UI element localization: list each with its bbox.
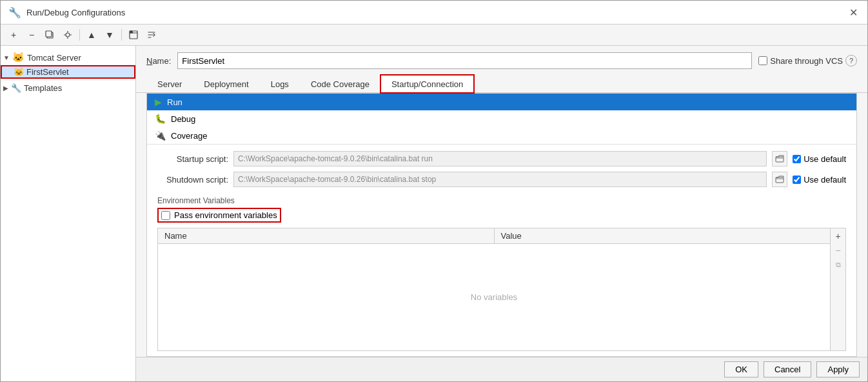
tomcat-section: ▼ 🐱 Tomcat Server 🐱 FirstServlet: [1, 48, 135, 80]
startup-browse-button[interactable]: [772, 151, 787, 166]
shutdown-script-row: Shutdown script: Use default: [157, 172, 846, 187]
debug-icon: 🐛: [155, 114, 166, 124]
env-table: Name Value No variables: [158, 228, 830, 350]
name-row: Name: Share through VCS ?: [136, 46, 867, 74]
toolbar: + − ▲ ▼: [1, 25, 867, 46]
scripts-section: Startup script: Use default: [147, 145, 856, 194]
vcs-checkbox[interactable]: [758, 56, 767, 65]
templates-section: ▶ 🔧 Templates: [1, 80, 135, 96]
add-config-button[interactable]: +: [6, 27, 21, 43]
startup-use-default-label: Use default: [804, 154, 846, 164]
shutdown-script-label: Shutdown script:: [157, 175, 228, 185]
title-bar: 🔧 Run/Debug Configurations ✕: [1, 1, 867, 25]
run-item-coverage-label: Coverage: [171, 131, 207, 141]
vcs-label: Share through VCS: [770, 56, 843, 66]
shutdown-use-default-row: Use default: [793, 175, 846, 185]
apply-button[interactable]: Apply: [816, 361, 860, 377]
run-item-coverage[interactable]: 🔌 Coverage: [147, 127, 856, 144]
close-button[interactable]: ✕: [847, 6, 860, 19]
toolbar-sep-1: [79, 29, 80, 41]
tab-server[interactable]: Server: [146, 75, 193, 93]
help-icon[interactable]: ?: [845, 55, 857, 66]
window-icon: 🔧: [8, 6, 21, 19]
env-add-button[interactable]: +: [832, 230, 845, 243]
svg-rect-4: [776, 177, 784, 183]
sort-button[interactable]: [144, 27, 159, 43]
shutdown-use-default-checkbox[interactable]: [793, 176, 801, 184]
svg-rect-3: [776, 157, 784, 162]
env-section-label: Environment Variables: [157, 196, 846, 205]
settings-button[interactable]: [60, 27, 75, 43]
startup-script-input[interactable]: [233, 151, 767, 166]
move-down-button[interactable]: ▼: [102, 27, 117, 43]
name-label: Name:: [146, 56, 171, 66]
tab-code-coverage[interactable]: Code Coverage: [300, 75, 380, 93]
move-up-button[interactable]: ▲: [84, 27, 99, 43]
first-servlet-label: FirstServlet: [26, 67, 69, 77]
toolbar-sep-2: [121, 29, 122, 41]
tomcat-icon: 🐱: [12, 52, 25, 63]
cancel-button[interactable]: Cancel: [764, 361, 811, 377]
run-item-debug-label: Debug: [171, 114, 195, 124]
env-table-container: Name Value No variables + − ⧉: [157, 228, 846, 351]
env-col-value-header: Value: [495, 228, 831, 243]
env-section: Environment Variables Pass environment v…: [147, 194, 856, 228]
templates-header[interactable]: ▶ 🔧 Templates: [1, 81, 135, 95]
run-item-run-label: Run: [167, 97, 182, 107]
remove-config-button[interactable]: −: [24, 27, 39, 43]
tab-deployment[interactable]: Deployment: [193, 75, 259, 93]
tomcat-server-header[interactable]: ▼ 🐱 Tomcat Server: [1, 50, 135, 65]
run-list: ▶ Run 🐛 Debug 🔌 Coverage: [147, 94, 856, 145]
pass-env-row: Pass environment variables: [157, 208, 281, 223]
shutdown-browse-button[interactable]: [772, 172, 787, 187]
env-col-name-header: Name: [158, 228, 495, 243]
tab-startup-connection[interactable]: Startup/Connection: [380, 75, 474, 93]
templates-icon: 🔧: [11, 83, 21, 93]
content-area: ▼ 🐱 Tomcat Server 🐱 FirstServlet ▶ 🔧 Tem…: [1, 46, 867, 381]
env-table-body: No variables: [158, 244, 830, 350]
first-servlet-item[interactable]: 🐱 FirstServlet: [1, 65, 135, 79]
name-input[interactable]: [177, 52, 752, 69]
vcs-row: Share through VCS ?: [758, 55, 857, 66]
run-debug-window: 🔧 Run/Debug Configurations ✕ + − ▲ ▼: [0, 0, 868, 382]
env-table-actions: + − ⧉: [830, 228, 845, 350]
ok-button[interactable]: OK: [724, 361, 758, 377]
startup-use-default-row: Use default: [793, 154, 846, 164]
startup-use-default-checkbox[interactable]: [793, 155, 801, 163]
env-remove-button[interactable]: −: [832, 244, 845, 257]
copy-config-button[interactable]: [42, 27, 57, 43]
tomcat-chevron: ▼: [3, 54, 10, 61]
shutdown-script-input[interactable]: [233, 172, 767, 187]
main-panel: Name: Share through VCS ? Server Deploym…: [136, 46, 867, 381]
templates-chevron: ▶: [3, 85, 8, 92]
shutdown-use-default-label: Use default: [804, 175, 846, 185]
tab-logs[interactable]: Logs: [260, 75, 300, 93]
window-title: Run/Debug Configurations: [26, 8, 125, 17]
templates-label: Templates: [24, 83, 62, 93]
startup-script-label: Startup script:: [157, 154, 228, 164]
env-copy-button[interactable]: ⧉: [832, 258, 845, 271]
env-empty-text: No variables: [471, 292, 517, 302]
pass-env-label: Pass environment variables: [174, 210, 277, 220]
move-to-group-button[interactable]: [126, 27, 141, 43]
env-table-header: Name Value: [158, 228, 830, 244]
run-icon: ▶: [155, 97, 162, 107]
run-item-debug[interactable]: 🐛 Debug: [147, 110, 856, 127]
coverage-icon: 🔌: [155, 130, 166, 141]
startup-script-row: Startup script: Use default: [157, 151, 846, 166]
tab-content: ▶ Run 🐛 Debug 🔌 Coverage: [146, 93, 857, 357]
svg-rect-1: [46, 31, 52, 37]
bottom-bar: OK Cancel Apply: [136, 357, 867, 381]
pass-env-checkbox[interactable]: [161, 211, 170, 220]
sidebar: ▼ 🐱 Tomcat Server 🐱 FirstServlet ▶ 🔧 Tem…: [1, 46, 136, 381]
tomcat-label: Tomcat Server: [27, 53, 81, 63]
run-item-run[interactable]: ▶ Run: [147, 94, 856, 110]
tabs-bar: Server Deployment Logs Code Coverage Sta…: [136, 74, 867, 93]
servlet-icon: 🐱: [14, 67, 24, 77]
